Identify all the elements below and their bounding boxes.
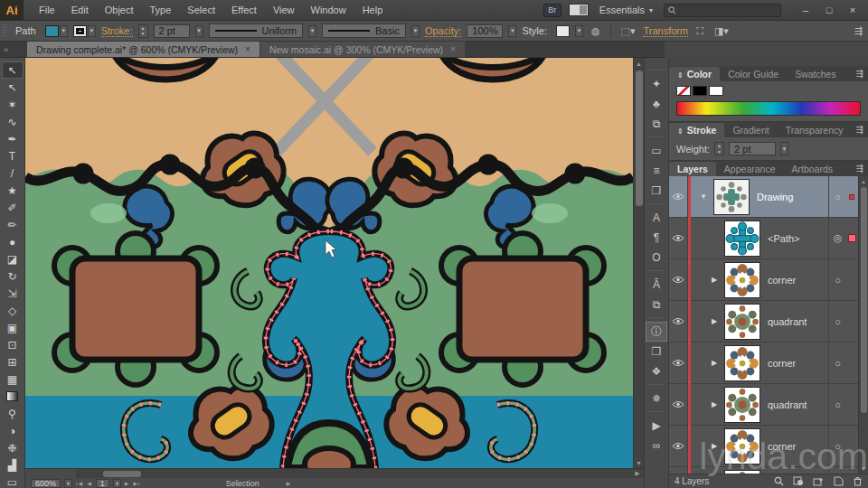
- search-input[interactable]: [664, 4, 781, 17]
- previous-page-button[interactable]: ◀: [87, 480, 92, 486]
- dock-group-grip[interactable]: [649, 410, 664, 414]
- isolate-icon[interactable]: ◨▾: [712, 25, 731, 37]
- info-panel-icon[interactable]: ⓘ: [646, 322, 667, 342]
- layers-panel-icon[interactable]: ⧉: [646, 295, 667, 314]
- zoom-level[interactable]: 600%: [31, 479, 61, 488]
- align-icon[interactable]: ⛶: [693, 25, 706, 37]
- layers-scroll-thumb[interactable]: [861, 187, 867, 413]
- expand-arrow-icon[interactable]: ▶: [704, 317, 724, 325]
- horizontal-scroll-thumb[interactable]: [103, 471, 141, 477]
- weight-dropdown[interactable]: ▼: [780, 142, 788, 155]
- tool-blob-brush-tool[interactable]: ●: [2, 233, 24, 250]
- menu-view[interactable]: View: [265, 0, 303, 20]
- character-panel-icon[interactable]: A: [646, 208, 667, 228]
- delete-layer-icon[interactable]: [853, 476, 863, 486]
- expand-arrow-icon[interactable]: ▶: [704, 276, 724, 284]
- fill-color-swatch[interactable]: [45, 25, 59, 37]
- visibility-toggle[interactable]: [669, 259, 688, 300]
- document-tab[interactable]: Drawing complete.ai* @ 600% (CMYK/Previe…: [27, 42, 259, 57]
- weight-value[interactable]: 2 pt: [729, 142, 776, 155]
- layer-thumbnail[interactable]: [724, 304, 760, 340]
- workspace-switcher[interactable]: Essentials ▾: [596, 3, 656, 17]
- tool-eyedropper-tool[interactable]: ⚲: [2, 405, 24, 422]
- layer-name[interactable]: corner: [768, 441, 828, 452]
- canvas[interactable]: [25, 58, 633, 468]
- layer-target-icon[interactable]: ○: [828, 343, 846, 383]
- tool-pencil-tool[interactable]: ✏: [2, 216, 24, 233]
- dock-group-grip[interactable]: [649, 316, 664, 320]
- minimize-button[interactable]: –: [794, 2, 817, 18]
- stroke-weight-value[interactable]: 2 pt: [154, 24, 190, 38]
- layer-thumbnail[interactable]: [724, 345, 760, 381]
- tab-color[interactable]: ⇕Color: [669, 67, 720, 81]
- opacity-link[interactable]: Opacity:: [425, 25, 461, 37]
- tool-shape-tool[interactable]: ★: [2, 182, 24, 199]
- opacity-value[interactable]: 100%: [467, 24, 503, 38]
- close-button[interactable]: ×: [841, 2, 864, 18]
- brush-dropdown[interactable]: ▼: [411, 25, 420, 37]
- document-info-panel-icon[interactable]: ❐: [646, 342, 667, 361]
- menu-file[interactable]: File: [31, 0, 63, 20]
- layer-row[interactable]: ▶ quadrant ○: [669, 467, 868, 474]
- opentype-panel-icon[interactable]: O: [646, 248, 667, 267]
- layer-name[interactable]: <Path>: [768, 233, 828, 244]
- tool-scale-tool[interactable]: ⇲: [2, 285, 24, 302]
- tool-gradient-tool[interactable]: [2, 388, 24, 405]
- panel-menu-icon[interactable]: ⇶: [856, 164, 863, 174]
- artboards-panel-icon[interactable]: ▭: [646, 141, 667, 161]
- expand-arrow-icon[interactable]: ▶: [704, 442, 724, 450]
- tool-perspective-grid-tool[interactable]: ⊞: [2, 353, 24, 371]
- transform-link[interactable]: Transform: [643, 25, 688, 37]
- canvas-horizontal-scrollbar[interactable]: ▶: [25, 468, 644, 478]
- layer-target-icon[interactable]: ○: [828, 384, 846, 425]
- stroke-panel-link[interactable]: Stroke:: [101, 25, 133, 37]
- image-trace-panel-icon[interactable]: ⧉: [646, 114, 667, 134]
- layer-name[interactable]: corner: [768, 275, 828, 286]
- tool-column-graph-tool[interactable]: ▟: [2, 456, 24, 474]
- variable-width-profile[interactable]: Uniform: [209, 23, 304, 38]
- expand-arrow-icon[interactable]: ▶: [704, 359, 724, 367]
- opacity-dropdown[interactable]: ▼: [508, 25, 516, 37]
- style-dropdown[interactable]: ▼: [575, 25, 583, 37]
- dock-group-grip[interactable]: [649, 383, 664, 387]
- menu-window[interactable]: Window: [303, 0, 354, 20]
- stroke-color-swatch[interactable]: [73, 25, 87, 37]
- layer-target-icon[interactable]: ○: [828, 467, 846, 474]
- visibility-toggle[interactable]: [669, 426, 688, 466]
- stroke-weight-dropdown[interactable]: ▼: [195, 25, 203, 37]
- appearance-panel-icon[interactable]: ✵: [646, 389, 667, 408]
- tool-lasso-tool[interactable]: ∿: [2, 113, 24, 130]
- paragraph-panel-icon[interactable]: ¶: [646, 228, 667, 248]
- layer-target-icon[interactable]: ◎: [828, 218, 846, 258]
- scroll-right-icon[interactable]: ▶: [631, 470, 644, 477]
- layer-target-icon[interactable]: ○: [828, 259, 846, 300]
- first-page-button[interactable]: |◀: [76, 480, 83, 486]
- menu-effect[interactable]: Effect: [223, 0, 265, 20]
- visibility-toggle[interactable]: [669, 467, 688, 474]
- none-swatch[interactable]: [676, 86, 691, 96]
- layer-thumbnail[interactable]: [713, 179, 750, 215]
- tab-gradient[interactable]: Gradient: [724, 123, 777, 137]
- clipping-mask-icon[interactable]: [793, 476, 804, 486]
- tab-appearance[interactable]: Appearance: [716, 162, 784, 176]
- locate-object-icon[interactable]: [774, 476, 784, 486]
- pathfinder-panel-icon[interactable]: ❒: [646, 181, 667, 201]
- tab-artboards[interactable]: Artboards: [784, 162, 842, 176]
- tool-magic-wand-tool[interactable]: ✶: [2, 96, 24, 113]
- visibility-toggle[interactable]: [669, 343, 688, 383]
- stroke-dropdown[interactable]: ▼: [88, 25, 96, 37]
- symbols-panel-icon[interactable]: ♣: [646, 94, 667, 114]
- tab-color-guide[interactable]: Color Guide: [720, 67, 787, 81]
- tool-paintbrush-tool[interactable]: ✐: [2, 199, 24, 216]
- align-panel-icon[interactable]: ≡: [646, 161, 667, 181]
- tool-free-transform-tool[interactable]: ▣: [2, 319, 24, 336]
- new-layer-icon[interactable]: [833, 476, 844, 486]
- actions-panel-icon[interactable]: ▶: [646, 416, 667, 436]
- layer-name[interactable]: quadrant: [768, 399, 828, 410]
- layer-row[interactable]: ▶ corner ○: [669, 426, 868, 467]
- menu-select[interactable]: Select: [179, 0, 223, 20]
- glyphs-panel-icon[interactable]: Ā: [646, 275, 667, 295]
- dock-group-grip[interactable]: [649, 136, 664, 139]
- visibility-toggle[interactable]: [669, 301, 688, 342]
- tool-direct-selection-tool[interactable]: ↖: [2, 79, 24, 96]
